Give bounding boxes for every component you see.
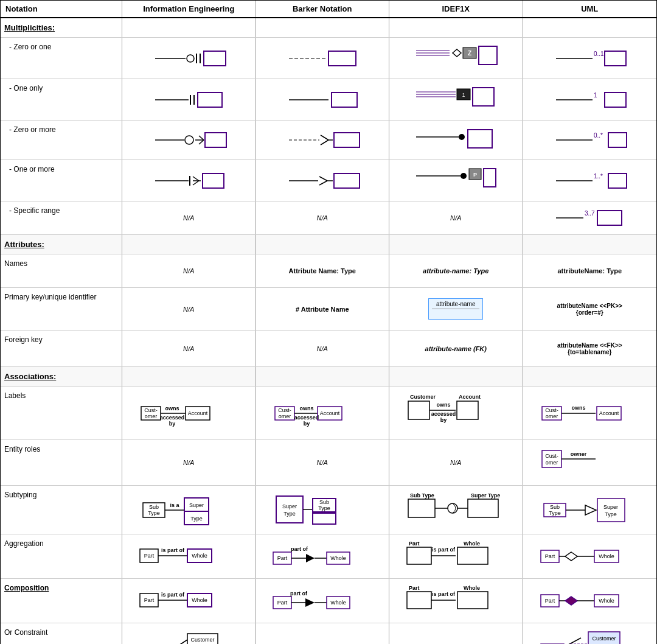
svg-text:Account: Account [319, 410, 339, 416]
svg-rect-125 [313, 513, 336, 524]
label-zero-or-one: - Zero or one [1, 38, 122, 79]
ie-zero-one-svg [149, 46, 228, 71]
ie-names: N/A [122, 254, 256, 287]
idef-or-constraint: N/A [389, 623, 523, 644]
row-or-constraint: Or Constraint Person Customer Employee N… [1, 623, 656, 644]
row-one-only: - One only 1 [1, 79, 656, 121]
svg-rect-90 [408, 401, 429, 419]
barker-one-or-more [256, 160, 390, 201]
svg-text:Cust-: Cust- [545, 453, 558, 459]
cell-empty [389, 18, 523, 37]
barker-zero-or-one [256, 38, 390, 79]
barker-one-more-svg [283, 169, 362, 193]
svg-text:Whole: Whole [464, 541, 480, 547]
label-composition: Composition [1, 579, 122, 623]
label-attributes: Attributes: [1, 235, 122, 254]
uml-or-constraint: Person {or} Customer Employee [523, 623, 657, 644]
svg-marker-178 [305, 598, 315, 607]
row-composition: Composition Part is part of Whole Part p… [1, 579, 656, 623]
svg-rect-4 [204, 51, 226, 66]
barker-one-only-svg [283, 88, 362, 112]
barker-foreign-key: N/A [256, 331, 390, 366]
svg-text:Type: Type [549, 510, 561, 516]
svg-marker-191 [565, 597, 577, 605]
barker-zero-more-svg [283, 128, 362, 152]
svg-text:by: by [169, 421, 176, 427]
svg-rect-187 [457, 592, 488, 609]
svg-point-129 [448, 503, 457, 513]
svg-rect-42 [334, 133, 360, 147]
row-labels: Labels Cust- omer owns accessed by Accou… [1, 387, 656, 440]
barker-primary-key: # Attribute Name [256, 288, 390, 330]
barker-pk-text: # Attribute Name [296, 306, 349, 313]
label-zero-or-more: - Zero or more [1, 121, 122, 159]
label-names: Names [1, 254, 122, 287]
svg-text:omer: omer [278, 413, 291, 419]
svg-marker-164 [565, 552, 577, 561]
svg-text:Super: Super [189, 502, 204, 508]
svg-text:1: 1 [594, 92, 597, 99]
row-aggregation: Aggregation Part is part of Whole Part p… [1, 534, 656, 579]
uml-subtyping-svg: Sub Type Super Type [543, 490, 637, 530]
idef-specific-range: N/A [389, 201, 523, 234]
ie-or-svg: Person Customer Employee [139, 629, 239, 645]
svg-text:Sub: Sub [319, 499, 329, 505]
svg-text:Part: Part [144, 597, 154, 603]
header-idef: IDEF1X [389, 1, 523, 17]
ie-primary-key: N/A [122, 288, 256, 330]
svg-text:Cust-: Cust- [545, 407, 558, 413]
svg-text:by: by [440, 417, 447, 423]
ie-comp-svg: Part is part of Whole [139, 586, 239, 616]
barker-entity-roles: N/A [256, 440, 390, 485]
svg-point-44 [459, 134, 465, 140]
ie-zero-or-one [122, 38, 256, 79]
svg-text:part of: part of [291, 546, 308, 552]
svg-text:owner: owner [571, 451, 587, 457]
svg-text:Account: Account [459, 394, 481, 400]
svg-line-35 [199, 136, 204, 140]
uml-agg-svg: Part Whole [540, 541, 640, 572]
idef-labels-svg: Customer owns accessed by Account [407, 390, 504, 436]
svg-text:Account: Account [188, 410, 208, 416]
svg-marker-151 [306, 554, 315, 562]
svg-text:Customer: Customer [190, 637, 214, 643]
svg-text:Type: Type [190, 516, 203, 522]
svg-text:0..1: 0..1 [594, 51, 604, 57]
barker-aggregation: Part part of Whole [256, 534, 390, 578]
svg-text:by: by [303, 421, 310, 427]
svg-text:Sub: Sub [550, 504, 560, 510]
svg-line-206 [564, 638, 581, 644]
svg-text:owns: owns [437, 402, 451, 408]
svg-text:Whole: Whole [192, 597, 207, 603]
idef-subtyping: Sub Type Super Type [389, 486, 523, 534]
label-entity-roles: Entity roles [1, 440, 122, 485]
idef-foreign-key: attribute-name (FK) [389, 331, 523, 366]
svg-point-61 [461, 173, 467, 179]
svg-text:Part: Part [409, 585, 420, 591]
svg-text:Super: Super [603, 504, 618, 510]
barker-or-constraint: N/A [256, 623, 390, 644]
idef-subtyping-svg: Sub Type Super Type [407, 490, 504, 530]
svg-line-53 [193, 181, 199, 185]
svg-rect-132 [468, 499, 498, 517]
svg-text:1: 1 [462, 92, 465, 98]
svg-text:accessed: accessed [160, 415, 185, 421]
row-one-or-more: - One or more [1, 160, 656, 201]
svg-text:0..*: 0..* [594, 132, 603, 139]
label-aggregation: Aggregation [1, 534, 122, 578]
idef-pk-box: attribute-name [428, 298, 483, 320]
barker-subtyping-svg: Super Type Sub Type [275, 490, 369, 530]
barker-zero-or-more [256, 121, 390, 159]
svg-text:Part: Part [144, 553, 154, 559]
svg-rect-54 [203, 173, 224, 188]
idef-agg-svg: Part is part of Whole [406, 538, 506, 575]
svg-rect-64 [484, 169, 496, 187]
uml-one-only-svg: 1 [550, 88, 629, 112]
svg-text:is part of: is part of [161, 592, 185, 598]
barker-names: Attribute Name: Type [256, 254, 390, 287]
svg-rect-20 [198, 93, 222, 107]
svg-line-39 [321, 135, 328, 140]
row-attributes-label: Attributes: [1, 235, 656, 254]
row-multiplicities-label: Multiplicities: [1, 18, 656, 38]
svg-text:is a: is a [170, 502, 179, 508]
